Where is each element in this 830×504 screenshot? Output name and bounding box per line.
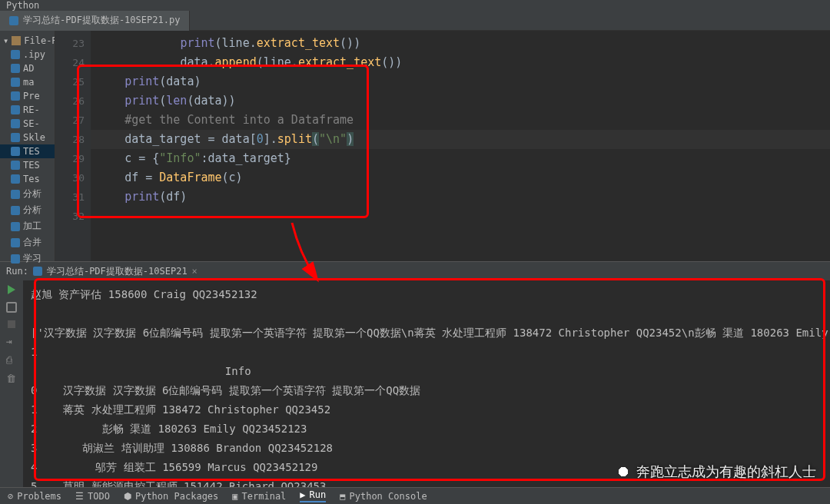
python-file-icon [11,222,20,231]
tab-file[interactable]: 学习总结-PDF提取数据-10SEP21.py [0,11,190,31]
folder-icon [12,36,21,45]
rerun-icon[interactable] [6,302,17,313]
code-line[interactable]: print(line.extract_text()) [91,34,830,53]
code-editor[interactable]: 23242526272829303132 print(line.extract_… [55,31,830,261]
python-file-icon [11,254,20,264]
run-header[interactable]: Run: 学习总结-PDF提取数据-10SEP21 × [0,262,830,280]
python-file-icon [11,161,20,170]
stop-icon[interactable] [8,320,15,328]
tree-root[interactable]: ▾ File-Py [0,34,55,48]
sidebar-item[interactable]: AD [0,61,55,75]
sidebar-item[interactable]: Skle [0,131,55,144]
python-file-icon [11,238,20,247]
python-file-icon [11,147,20,156]
sidebar-item[interactable]: 加工 [0,218,55,234]
python-file-icon [9,16,18,25]
sidebar-item[interactable]: 分析 [0,186,55,202]
project-sidebar[interactable]: ▾ File-Py .ipyADmaPreRE-SE-SkleTESTESTes… [0,31,55,261]
code-line[interactable]: print(df) [91,187,830,207]
code-line[interactable]: df = DataFrame(c) [91,168,830,187]
watermark: 奔跑立志成为有趣的斜杠人士 [615,463,816,481]
python-file-icon [11,174,20,184]
sidebar-item[interactable]: TES [0,158,55,172]
python-file-icon [33,267,42,276]
code-area[interactable]: print(line.extract_text()) data.append(l… [91,31,830,261]
code-line[interactable]: #get the Content into a Dataframe [91,111,830,130]
sidebar-item[interactable]: ma [0,75,55,89]
status-bar: ⊘ Problems ☰ TODO ⬢ Python Packages ▣ Te… [0,487,830,504]
sidebar-item[interactable]: TES [0,144,55,158]
python-file-icon [11,78,20,87]
sidebar-item[interactable]: 分析 [0,202,55,218]
sb-problems[interactable]: ⊘ Problems [8,491,61,502]
code-line[interactable]: c = {"Info":data_target} [91,149,830,168]
breadcrumb: Python [6,0,39,11]
code-line[interactable]: print(len(data)) [91,91,830,111]
sidebar-item[interactable]: SE- [0,117,55,131]
python-file-icon [11,50,20,59]
python-file-icon [11,190,20,199]
breadcrumb-bar: Python [0,0,830,11]
sb-packages[interactable]: ⬢ Python Packages [124,491,218,502]
run-toolbar: ⇥ ⎙ 🗑 [0,280,23,496]
sb-run[interactable]: ▶ Run [300,489,326,502]
run-panel: Run: 学习总结-PDF提取数据-10SEP21 × ⇥ ⎙ 🗑 赵旭 资产评… [0,261,830,496]
python-file-icon [11,105,20,114]
sidebar-item[interactable]: Tes [0,172,55,186]
sb-console[interactable]: ⬒ Python Console [340,491,427,502]
python-file-icon [11,91,20,101]
line-gutter: 23242526272829303132 [55,31,91,261]
sb-todo[interactable]: ☰ TODO [75,491,110,502]
python-file-icon [11,133,20,142]
code-line[interactable]: print(data) [91,72,830,91]
editor-tabs: 学习总结-PDF提取数据-10SEP21.py [0,11,830,31]
sb-terminal[interactable]: ▣ Terminal [232,491,286,502]
code-line[interactable]: data_target = data[0].split("\n") [91,130,830,149]
sidebar-item[interactable]: .ipy [0,48,55,61]
python-file-icon [11,206,20,215]
python-file-icon [11,119,20,128]
wechat-icon [615,463,632,480]
tab-label: 学习总结-PDF提取数据-10SEP21.py [23,14,180,27]
sidebar-item[interactable]: Pre [0,89,55,103]
sidebar-item[interactable]: 合并 [0,234,55,250]
python-file-icon [11,64,20,73]
code-line[interactable]: data.append(line.extract_text()) [91,53,830,72]
run-icon[interactable] [8,285,15,294]
sidebar-item[interactable]: RE- [0,103,55,117]
